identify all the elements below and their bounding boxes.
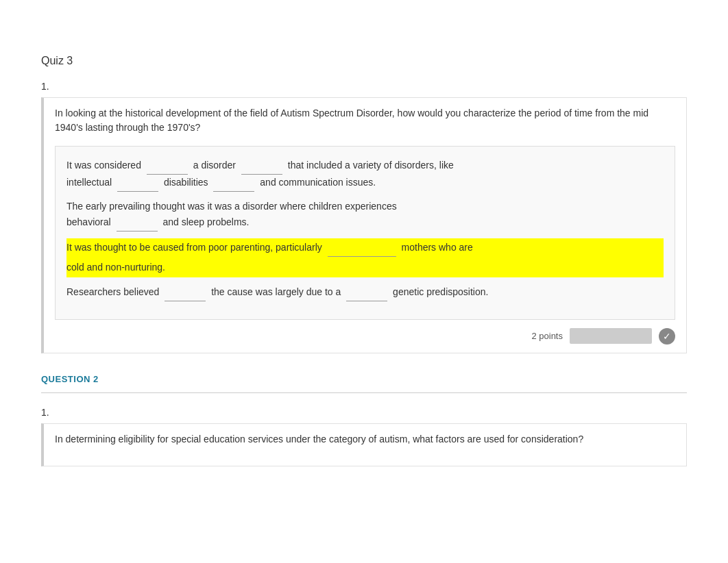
page-container: Quiz 3 1. In looking at the historical d… (0, 0, 728, 514)
question-1-content: In looking at the historical development… (41, 97, 687, 353)
highlighted-text: It was thought to be caused from poor pa… (66, 238, 664, 258)
answer-text-researchers: Researchers believed (66, 286, 159, 297)
answer-line-1: It was considered a disorder that includ… (66, 158, 664, 192)
answer-text: that included a variety of disorders, li… (288, 160, 454, 171)
answer-area: It was considered a disorder that includ… (55, 146, 675, 320)
highlighted-text-2: cold and non-nurturing. (66, 258, 664, 277)
answer-text: and sleep probelms. (162, 216, 249, 227)
question-1-block: 1. In looking at the historical developm… (41, 81, 687, 353)
blank-1 (147, 158, 188, 175)
answer-text: a disorder (193, 160, 236, 171)
answer-line-3-highlighted: It was thought to be caused from poor pa… (66, 238, 664, 277)
question-2-content: In determining eligibility for special e… (41, 423, 687, 466)
answer-text: the cause was largely due to a (211, 286, 341, 297)
answer-text-before: It was thought to be caused from poor pa… (66, 242, 322, 253)
answer-line-2: The early prevailing thought was it was … (66, 199, 664, 232)
question-2-label: QUESTION 2 (41, 374, 687, 384)
answer-text: and communication issues. (260, 177, 376, 188)
points-label: 2 points (531, 331, 563, 341)
blank-4 (213, 175, 254, 192)
question-2-text: In determining eligibility for special e… (55, 432, 675, 447)
score-box (570, 328, 652, 344)
blank-2 (241, 158, 282, 175)
divider (41, 392, 687, 393)
answer-text-mothers: mothers who are (402, 242, 473, 253)
quiz-title: Quiz 3 (41, 55, 687, 67)
answer-text: intellectual (66, 177, 112, 188)
answer-text: disabilities (164, 177, 208, 188)
question-2-block: 1. In determining eligibility for specia… (41, 407, 687, 466)
answer-text: It was considered (66, 160, 141, 171)
answer-text: The early prevailing thought was it was … (66, 201, 397, 212)
blank-3 (117, 175, 158, 192)
blank-6 (328, 240, 396, 257)
blank-8 (346, 284, 387, 301)
answer-text: genetic predisposition. (393, 286, 488, 297)
question-1-text: In looking at the historical development… (55, 106, 675, 135)
points-row: 2 points ✓ (55, 328, 675, 345)
blank-5 (117, 214, 158, 232)
blank-7 (165, 284, 206, 301)
score-indicator: ✓ (659, 328, 675, 345)
question-2-number: 1. (41, 407, 687, 418)
answer-text: behavioral (66, 216, 111, 227)
question-1-number: 1. (41, 81, 687, 92)
answer-line-4: Researchers believed the cause was large… (66, 284, 664, 301)
